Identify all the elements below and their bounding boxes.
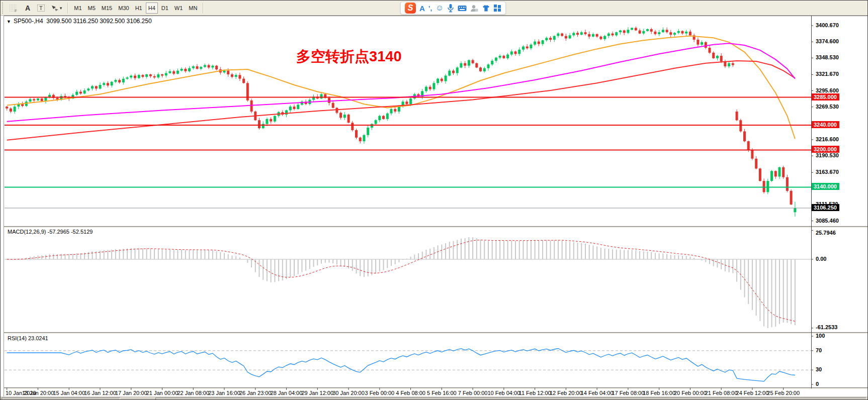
text-label-button[interactable]: A [22, 3, 34, 14]
timeframe-button-w1[interactable]: W1 [172, 3, 186, 14]
macd-plot[interactable] [4, 228, 811, 332]
drawing-tools-group: F A T ▾ [6, 1, 65, 15]
mt4-window: F A T ▾ M1M5M15M30H1H4D1W1MN S A ’, ☺ [0, 0, 868, 400]
time-axis-label: 25 Feb 20:00 [767, 390, 800, 396]
price-tag: 3240.000 [812, 121, 839, 128]
main-chart-plot[interactable] [4, 16, 811, 226]
ime-language-button[interactable]: A [419, 5, 425, 12]
time-axis-label: 21 Feb 08:00 [705, 390, 738, 396]
price-axis-label: 3400.670 [816, 22, 839, 28]
ime-toolbar: S A ’, ☺ [400, 2, 506, 15]
price-axis-label: 3321.670 [816, 71, 839, 77]
sogou-logo-icon[interactable]: S [405, 3, 416, 14]
time-axis-label: 17 Feb 08:00 [612, 390, 644, 396]
toolbar-separator [67, 3, 68, 14]
timeframe-button-m15[interactable]: M15 [99, 3, 115, 14]
time-axis-label: 23 Jan 16:00 [208, 390, 240, 396]
price-axis-label: 3163.670 [816, 169, 839, 175]
arrows-tool-icon [51, 5, 59, 12]
chart-dropdown-icon[interactable]: ▼ [7, 19, 11, 24]
chart-symbol-period: SP500-,H4 [14, 18, 43, 25]
time-axis-label: 13 Jan 20:00 [22, 390, 54, 396]
time-axis-label: 5 Feb 16:00 [427, 390, 457, 396]
skin-tshirt-icon[interactable] [482, 5, 490, 12]
time-axis-label: 20 Feb 00:00 [674, 390, 707, 396]
emoji-icon[interactable]: ☺ [436, 4, 444, 12]
time-axis-label: 7 Feb 00:00 [458, 390, 488, 396]
status-panel [2, 397, 120, 400]
timeframe-button-h1[interactable]: H1 [133, 3, 145, 14]
rsi-plot[interactable] [4, 334, 811, 387]
time-axis-label: 30 Jan 20:00 [332, 390, 365, 396]
svg-text:F: F [15, 9, 17, 12]
timeframe-group: M1M5M15M30H1H4D1W1MN [71, 1, 200, 15]
time-axis-label: 3 Feb 00:00 [365, 390, 394, 396]
toolbar-separator [203, 3, 204, 14]
chart-annotation-text: 多空转折点3140 [296, 47, 402, 67]
top-toolbar: F A T ▾ M1M5M15M30H1H4D1W1MN S A ’, ☺ [1, 1, 868, 16]
chart-workspace: ▼SP500-,H4 3099.500 3116.250 3092.500 31… [1, 16, 868, 396]
time-axis-label: 21 Jan 00:00 [146, 390, 179, 396]
rsi-indicator-label: RSI(14) 23.0241 [8, 335, 48, 341]
time-axis-label: 29 Jan 12:00 [301, 390, 333, 396]
status-bar [1, 396, 868, 400]
time-axis-label: 11 Feb 12:00 [519, 390, 551, 396]
price-axis-label: 3085.460 [816, 218, 839, 224]
time-axis-label: 17 Jan 20:00 [115, 390, 147, 396]
timeframe-button-m5[interactable]: M5 [85, 3, 98, 14]
macd-indicator-label: MACD(12,26,9) -57.2965 -52.5129 [8, 229, 93, 235]
time-axis-label: 22 Jan 08:00 [177, 390, 209, 396]
price-axis-label: 3295.600 [816, 87, 839, 93]
price-axis-label: 3190.530 [816, 152, 839, 158]
timeframe-button-m1[interactable]: M1 [71, 3, 84, 14]
time-axis-label: 15 Jan 04:00 [53, 390, 85, 396]
keyboard-icon[interactable] [458, 5, 467, 12]
price-axis-label: 3269.530 [816, 104, 839, 110]
timeframe-button-mn[interactable]: MN [186, 3, 200, 14]
rsi-axis-label: 30 [816, 366, 822, 372]
price-tag: 3285.000 [812, 93, 839, 101]
price-tag: 3106.250 [812, 204, 839, 211]
shapes-tool-button[interactable]: ▾ [48, 3, 65, 14]
timeframe-button-h4[interactable]: H4 [146, 3, 158, 14]
grid-f-icon: F [9, 4, 18, 12]
microphone-icon[interactable] [447, 4, 454, 13]
grid-fibo-button[interactable]: F [7, 3, 21, 14]
price-axis-label: 3348.530 [816, 54, 839, 60]
toolbox-grid-icon[interactable] [494, 5, 501, 12]
toolbar-grip[interactable] [2, 3, 4, 14]
price-axis-label: 3374.600 [816, 38, 839, 44]
account-icon[interactable] [470, 5, 478, 12]
text-box-icon: T [37, 5, 45, 12]
time-axis-label: 24 Feb 12:00 [736, 390, 769, 396]
rsi-axis-label: 100 [816, 333, 825, 339]
macd-axis-label: -61.2533 [816, 324, 837, 330]
time-axis-label: 26 Jan 23:00 [239, 390, 272, 396]
price-tag: 3140.000 [812, 183, 839, 190]
rsi-axis-label: 0 [816, 381, 819, 387]
timeframe-button-d1[interactable]: D1 [159, 3, 171, 14]
macd-axis-label: 25.7946 [816, 230, 836, 236]
time-axis-label: 16 Jan 12:00 [84, 390, 116, 396]
price-tag: 3200.000 [812, 146, 839, 153]
text-box-button[interactable]: T [35, 3, 47, 14]
ime-punctuation-button[interactable]: ’, [428, 5, 432, 12]
rsi-axis-label: 70 [816, 347, 822, 353]
macd-axis-label: 0.00 [816, 256, 826, 262]
price-axis-label: 3216.600 [816, 136, 839, 142]
time-axis-label: 28 Jan 04:00 [271, 390, 303, 396]
status-panel [155, 397, 866, 400]
time-axis-label: 4 Feb 08:00 [396, 390, 425, 396]
chart-title: ▼SP500-,H4 3099.500 3116.250 3092.500 31… [7, 18, 152, 25]
time-axis-label: 18 Feb 16:00 [643, 390, 675, 396]
timeframe-button-m30[interactable]: M30 [116, 3, 131, 14]
time-axis-label: 14 Feb 04:00 [581, 390, 614, 396]
time-axis-label: 12 Feb 20:00 [550, 390, 582, 396]
chevron-down-icon: ▾ [60, 6, 62, 11]
chart-ohlc-values: 3099.500 3116.250 3092.500 3106.250 [46, 18, 151, 25]
time-axis-label: 10 Feb 04:00 [487, 390, 520, 396]
